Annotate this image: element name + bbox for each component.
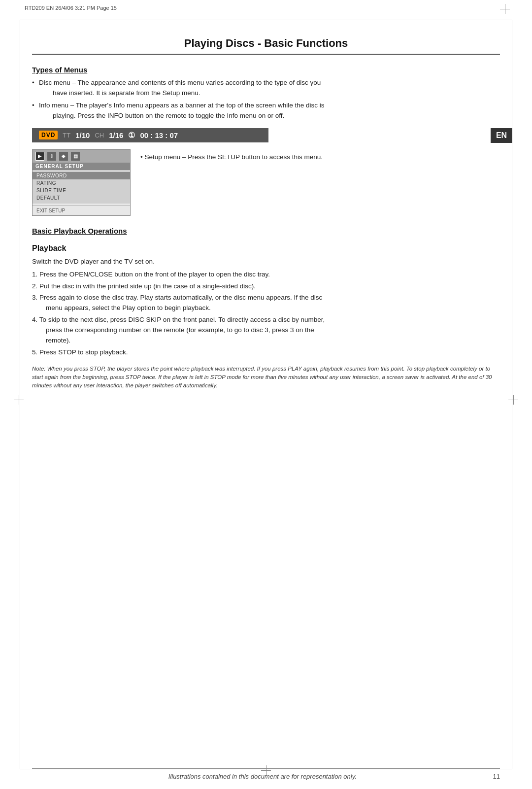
setup-icon-1: ▶ [35, 152, 44, 161]
setup-menu-box: ▶ ⇧ ◆ ▦ GENERAL SETUP PASSWORD RATING SL… [32, 149, 131, 216]
setup-area: ▶ ⇧ ◆ ▦ GENERAL SETUP PASSWORD RATING SL… [32, 149, 500, 216]
info-bar: DVD TT 1/10 CH 1/16 ① 00 : 13 : 07 [32, 128, 268, 142]
setup-item-rating: RATING [33, 179, 130, 187]
setup-icon-2: ⇧ [47, 152, 56, 161]
playback-steps: 1. Press the OPEN/CLOSE button on the fr… [32, 270, 500, 358]
tt-label: TT [63, 132, 70, 139]
clock-icon: ① [128, 131, 135, 140]
setup-description: • Setup menu – Press the SETUP button to… [140, 149, 500, 163]
setup-item-password: PASSWORD [33, 172, 130, 179]
step-3: 3. Press again to close the disc tray. P… [32, 293, 500, 313]
step-2: 2. Put the disc in with the printed side… [32, 281, 500, 292]
setup-menu-icons: ▶ ⇧ ◆ ▦ [33, 150, 130, 163]
header-text: RTD209 EN 26/4/06 3:21 PM Page 15 [25, 5, 507, 11]
page-footer: Illustrations contained in this document… [32, 768, 500, 780]
setup-item-default: DEFAULT [33, 194, 130, 202]
crosshair-left [14, 395, 24, 405]
step-3-continuation: menu appears, select the Play option to … [32, 303, 500, 313]
types-of-menus-heading: Types of Menus [32, 66, 500, 74]
crosshair-right [508, 395, 518, 405]
setup-item-slide-time: SLIDE TIME [33, 187, 130, 194]
page-header: RTD209 EN 26/4/06 3:21 PM Page 15 [25, 5, 507, 11]
step-5: 5. Press STOP to stop playback. [32, 347, 500, 358]
playback-subheading: Playback [32, 244, 500, 253]
time-value: 00 : 13 : 07 [140, 131, 178, 139]
tt-value: 1/10 [75, 131, 90, 139]
setup-icon-3: ◆ [59, 152, 68, 161]
playback-intro: Switch the DVD player and the TV set on. [32, 257, 500, 267]
ch-value: 1/16 [109, 131, 123, 139]
step-4-line2: press the corresponding number on the re… [32, 325, 500, 336]
disc-menu-bullet: Disc menu – The appearance and contents … [32, 78, 500, 99]
page-title: Playing Discs - Basic Functions [32, 37, 500, 55]
footer-text: Illustrations contained in this document… [32, 773, 493, 780]
step-4: 4. To skip to the next disc, press DISC … [32, 315, 500, 346]
playback-note: Note: When you press STOP, the player st… [32, 365, 500, 390]
setup-icon-4: ▦ [71, 152, 80, 161]
ch-label: CH [95, 132, 104, 139]
main-content: Playing Discs - Basic Functions Types of… [32, 27, 500, 755]
setup-menu-items: PASSWORD RATING SLIDE TIME DEFAULT [33, 170, 130, 204]
info-menu-continuation: playing. Press the INFO button on the re… [39, 111, 500, 121]
page-number: 11 [493, 773, 500, 780]
dvd-logo: DVD [39, 131, 58, 139]
disc-menu-continuation: have inserted. It is separate from the S… [39, 88, 500, 99]
setup-menu-exit: EXIT SETUP [33, 206, 130, 215]
step-4-line3: remote). [32, 336, 500, 346]
info-menu-bullet: Info menu – The player's Info menu appea… [32, 101, 500, 121]
setup-menu-title: GENERAL SETUP [33, 163, 130, 170]
step-1: 1. Press the OPEN/CLOSE button on the fr… [32, 270, 500, 280]
basic-playback-heading: Basic Playback Operations [32, 227, 500, 235]
